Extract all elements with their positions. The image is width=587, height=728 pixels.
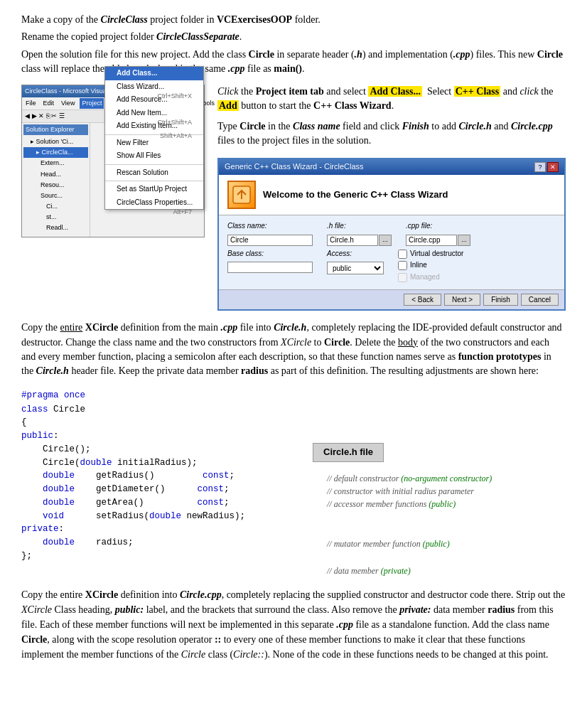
managed-label: Managed: [410, 272, 440, 283]
vs-window: CircleClass - Microsoft Visual Studio Fi…: [21, 85, 205, 237]
radius-bold: radius: [241, 365, 268, 376]
code-section: #pragma once class Circle { public: Circ…: [21, 389, 566, 577]
radius-bold2: radius: [488, 604, 515, 615]
instruction-line2: Rename the copied project folder CircleC…: [21, 30, 566, 44]
context-menu: Add Class... Class Wizard...Ctrl+Shift+X…: [104, 66, 204, 210]
two-col-section: CircleClass - Microsoft Visual Studio Fi…: [21, 85, 566, 311]
xcircle-text: XCircle: [85, 322, 118, 333]
scope-res-op: ::: [215, 634, 221, 645]
next-btn[interactable]: Next >: [444, 294, 480, 306]
cpp-file-label: .cpp file:: [406, 221, 470, 232]
open-brace: {: [21, 416, 566, 429]
class-wizard-dialog-wrapper: Generic C++ Class Wizard - CircleClass ?…: [217, 158, 566, 311]
xcircle-italic: XCircle: [281, 337, 311, 348]
h-file-browse-btn[interactable]: ...: [379, 235, 392, 246]
virtual-destructor-checkbox[interactable]: [398, 250, 407, 259]
menu-view[interactable]: View: [59, 98, 77, 109]
vs-body: Solution Explorer Solution 'Ci... Circle…: [22, 123, 204, 237]
access-select[interactable]: public protected private: [327, 262, 384, 274]
class-declaration: class Circle: [21, 403, 566, 417]
tree-solution: Solution 'Ci...: [23, 136, 88, 147]
cpp-bold: .cpp: [336, 619, 353, 630]
wizard-icon: [227, 181, 256, 209]
private-bold: private:: [399, 604, 431, 615]
finish-btn[interactable]: Finish: [483, 294, 518, 306]
private-keyword-line: private:: [21, 523, 291, 536]
menu-edit[interactable]: Edit: [41, 98, 57, 109]
toolbar-icons: ◀ ▶ ✕ ⎘ ✂ ☰: [25, 112, 65, 121]
public-keyword: public:: [21, 429, 566, 443]
ctx-rescan[interactable]: Rescan Solution: [105, 166, 203, 180]
menu-file[interactable]: File: [23, 98, 38, 109]
cpp-file-browse-btn[interactable]: ...: [458, 235, 470, 246]
circle-scope-italic: Circle::: [233, 649, 264, 660]
cpp-ext2: .cpp: [228, 63, 245, 74]
circle-italic: Circle: [181, 649, 205, 660]
click-instructions-col: Click the Project item tab and select Ad…: [217, 85, 566, 311]
dialog-close-btn[interactable]: ✕: [547, 162, 559, 172]
cpp-ext-text: .cpp: [220, 322, 237, 333]
class-keyword: class: [21, 405, 48, 414]
cpp-class-highlight: C++ Class: [454, 86, 500, 97]
h-file-input[interactable]: [327, 235, 378, 246]
ctx-show-all[interactable]: Show All Files: [105, 149, 203, 163]
radius-member-line: double radius;: [21, 536, 291, 550]
circle-ctor-param: Circle(double initialRadius);: [43, 458, 198, 468]
entire-text: entire: [60, 322, 82, 333]
ctx-startup[interactable]: Set as StartUp Project: [105, 183, 203, 196]
circle-ctor: Circle();: [43, 444, 91, 454]
bottom-para-text: Copy the entire XCircle definition into …: [21, 587, 566, 662]
ctx-properties[interactable]: CircleClass Properties...Alt+F7: [105, 196, 203, 210]
add-class-highlight: Add Class...: [368, 86, 422, 97]
inline-checkbox[interactable]: [398, 261, 407, 270]
get-area-line: double getArea() const;: [21, 496, 291, 510]
managed-checkbox-row: Managed: [398, 272, 463, 283]
back-btn[interactable]: < Back: [404, 294, 441, 306]
base-class-input[interactable]: [227, 262, 313, 273]
bottom-para: Copy the entire XCircle definition into …: [21, 587, 566, 662]
xcircle-italic2: XCircle: [21, 604, 52, 615]
base-class-label: Base class:: [227, 249, 313, 259]
tree-circleclass: CircleCla...: [23, 147, 88, 158]
ctx-class-wizard[interactable]: Class Wizard...Ctrl+Shift+X: [105, 80, 203, 94]
tree-ci: Ci...: [23, 201, 88, 212]
set-radius-line: void setRadius(double newRadius);: [21, 510, 291, 523]
dialog-title-bar: Generic C++ Class Wizard - CircleClass ?…: [219, 159, 564, 175]
class-wizard-dialog: Generic C++ Class Wizard - CircleClass ?…: [217, 158, 566, 311]
click-line1: Click the Project item tab and select Ad…: [217, 85, 566, 114]
instruction-line1: Make a copy of the CircleClass project f…: [21, 13, 566, 27]
class-name-label: Class name:: [227, 221, 313, 232]
vs-screenshot-col: CircleClass - Microsoft Visual Studio Fi…: [21, 85, 206, 311]
dialog-title-text: Generic C++ Class Wizard - CircleClass: [225, 161, 364, 173]
circle-h-badge: Circle.h file: [313, 443, 384, 462]
dialog-help-btn[interactable]: ?: [534, 162, 546, 172]
menu-project[interactable]: Project: [80, 98, 104, 109]
comment-empty2: [327, 523, 492, 536]
class-name-input[interactable]: [227, 235, 313, 246]
code-comments: // default constructor (no-argument cons…: [313, 472, 492, 577]
comment-mutator: // mutator member function (public): [327, 537, 492, 550]
dialog-header-text: Welcome to the Generic C++ Class Wizard: [263, 188, 448, 202]
managed-checkbox: [398, 273, 407, 282]
virtual-destructor-checkbox-row: Virtual destructor: [398, 249, 463, 259]
ctx-add-class[interactable]: Add Class...: [105, 67, 203, 80]
class-name: Circle: [48, 405, 86, 414]
copy-xcircle-section: Copy the entire XCircle definition from …: [21, 321, 566, 378]
ctx-add-new-item[interactable]: Add New Item...Ctrl+Shift+A: [105, 107, 203, 120]
virtual-destructor-label: Virtual destructor: [410, 249, 463, 259]
top-instructions: Make a copy of the CircleClass project f…: [21, 13, 566, 76]
circle-h-bold-italic: Circle.h: [36, 365, 69, 376]
cpp-file-input[interactable]: [406, 235, 457, 246]
add-btn-highlight: Add: [217, 100, 239, 111]
dialog-header: Welcome to the Generic C++ Class Wizard: [219, 175, 564, 215]
close-brace-line: };: [21, 550, 291, 563]
xcircle-bold: XCircle: [85, 589, 118, 600]
prototypes-bold: function prototypes: [458, 351, 542, 362]
h-ext: .h: [355, 49, 362, 60]
cancel-btn[interactable]: Cancel: [521, 294, 559, 306]
tree-sourc: Sourc...: [23, 191, 88, 201]
circle-text: Circle: [249, 49, 274, 60]
comment-empty1: [327, 510, 492, 523]
circle-text2: Circle: [537, 49, 563, 60]
comment-accessor: // accessor member functions (public): [327, 498, 492, 510]
